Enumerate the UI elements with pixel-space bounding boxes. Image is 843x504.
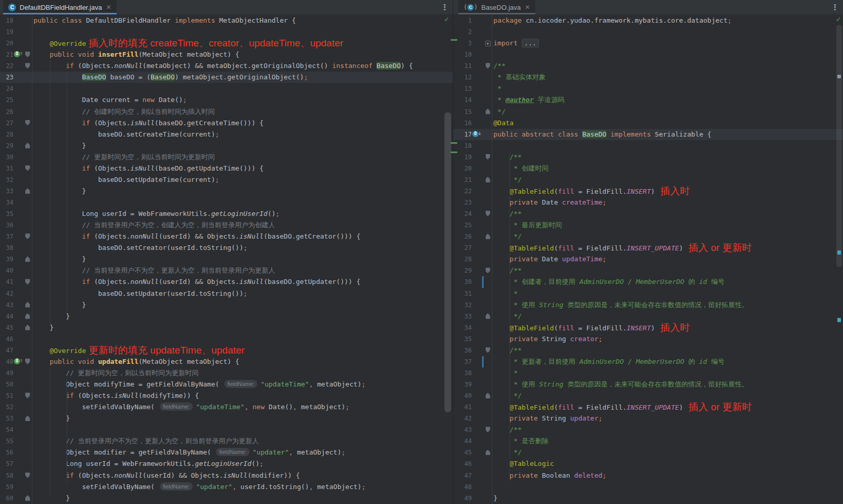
fold-region-start-icon[interactable] [25, 393, 30, 398]
line-number: 25 [0, 94, 13, 106]
stripe-mark[interactable] [837, 75, 841, 78]
line-number: 59 [0, 481, 13, 493]
line-number: 40 [0, 265, 13, 276]
close-icon[interactable]: ✕ [106, 4, 111, 10]
code-text: * [491, 288, 843, 299]
editor-left[interactable]: 18public class DefaultDBFieldHandler imp… [0, 14, 453, 504]
code-text: } [31, 413, 453, 424]
code-text: if (Objects.nonNull(userId) && Objects.i… [31, 231, 453, 242]
fold-region-end-icon[interactable] [486, 313, 490, 319]
code-text: // 当前登录用户不为空，更新人为空，则当前登录用户为更新人 [31, 435, 453, 447]
stripe-mark[interactable] [837, 318, 841, 322]
code-line: 37 * 更新者，目前使用 AdminUserDO / MemberUserDO… [453, 356, 843, 367]
tab-defaultdbfieldhandler[interactable]: C DefaultDBFieldHandler.java ✕ [3, 0, 117, 14]
code-line: 47 @Override 更新时的填充 updateTime、updater [0, 345, 453, 356]
fold-region-start-icon[interactable] [486, 211, 490, 216]
line-number: 30 [453, 276, 472, 288]
code-line: 21O↑ public void insertFill(MetaObject m… [0, 49, 453, 60]
line-number: 36 [453, 345, 472, 356]
fold-region-end-icon[interactable] [25, 143, 30, 148]
abstract-paren: ( [464, 4, 467, 11]
fold-region-start-icon[interactable] [25, 165, 30, 171]
line-number: 26 [0, 106, 13, 117]
fold-region-start-icon[interactable] [25, 233, 30, 239]
line-number: 46 [453, 458, 472, 469]
override-arrow-icon: ↑ [20, 50, 23, 57]
red-annotation-text: 插入 or 更新时 [683, 242, 752, 253]
folded-code-placeholder[interactable]: ... [522, 39, 539, 47]
fold-region-end-icon[interactable] [25, 313, 30, 319]
code-line: 1package cn.iocoder.yudao.framework.myba… [453, 15, 843, 26]
fold-region-start-icon[interactable] [486, 267, 490, 273]
fold-region-start-icon[interactable] [25, 120, 30, 126]
line-number: 37 [453, 356, 472, 367]
fold-region-start-icon[interactable] [25, 279, 30, 284]
vcs-change-mark [451, 39, 457, 41]
inspection-ok-icon[interactable]: ✓ [836, 16, 841, 23]
fold-region-start-icon[interactable] [25, 52, 30, 57]
fold-region-end-icon[interactable] [25, 256, 30, 262]
fold-region-start-icon[interactable] [25, 63, 30, 69]
tab-options-icon[interactable]: ⋮ [441, 2, 449, 12]
tab-options-icon[interactable]: ⋮ [831, 2, 839, 12]
ide-window: C DefaultDBFieldHandler.java ✕ ⋮ (C) Bas… [0, 0, 843, 504]
line-number: 24 [0, 83, 13, 94]
close-icon[interactable]: ✕ [525, 4, 530, 10]
code-text [31, 424, 453, 435]
code-text: private String creator; [491, 333, 843, 345]
code-text: @TableField(fill = FieldFill.INSERT) 插入时 [491, 322, 843, 333]
fold-region-start-icon[interactable] [486, 154, 490, 160]
line-number: 2 [453, 26, 472, 38]
gutter-border-left [32, 14, 32, 504]
fold-region-end-icon[interactable] [25, 188, 30, 194]
fold-region-end-icon[interactable] [25, 415, 30, 421]
fold-region-end-icon[interactable] [486, 233, 490, 239]
line-number: 23 [0, 72, 13, 83]
line-number: 50 [0, 379, 13, 390]
code-text: // 更新时间为空，则以当前时间为更新时间 [31, 367, 453, 379]
scrollbar-thumb-right[interactable] [836, 25, 842, 267]
code-text: // 当前登录用户不为空，更新人为空，则当前登录用户为更新人 [31, 265, 453, 276]
scrollbar-thumb-left[interactable] [444, 112, 451, 412]
line-number: 44 [0, 311, 13, 322]
stripe-mark[interactable] [837, 250, 841, 255]
fold-region-end-icon[interactable] [486, 177, 490, 182]
code-text: } [31, 254, 453, 265]
parameter-hint: fieldName: [224, 380, 258, 388]
red-annotation-text: 插入时 [655, 186, 690, 196]
fold-region-end-icon[interactable] [25, 302, 30, 308]
fold-region-start-icon[interactable] [25, 473, 30, 478]
fold-region-start-icon[interactable] [486, 427, 490, 432]
code-line: 26 */ [453, 231, 843, 242]
code-line: 16@Data [453, 117, 843, 129]
code-line: 35 Long userId = WebFrameworkUtils.getLo… [0, 208, 453, 220]
fold-region-end-icon[interactable] [486, 393, 490, 398]
code-line: 29 /** [453, 265, 843, 276]
inspection-ok-icon[interactable]: ✓ [444, 16, 450, 23]
code-line: 13 * [453, 83, 843, 94]
indent-guide [67, 72, 67, 311]
fold-region-end-icon[interactable] [25, 495, 30, 501]
code-line: 33 */ [453, 311, 843, 322]
code-text: setFieldValByName( fieldName:"updateTime… [31, 401, 453, 413]
expand-fold-icon[interactable]: + [485, 41, 491, 46]
code-text: private Date updateTime; [491, 254, 843, 265]
code-text [491, 140, 843, 152]
fold-region-end-icon[interactable] [486, 109, 490, 114]
override-arrow-icon: ↑ [20, 357, 23, 364]
code-text: * 基础实体对象 [491, 72, 843, 83]
fold-region-start-icon[interactable] [486, 63, 490, 69]
code-line: 41 @TableField(fill = FieldFill.INSERT_U… [453, 401, 843, 413]
fold-region-end-icon[interactable] [25, 325, 30, 330]
fold-region-end-icon[interactable] [486, 449, 490, 455]
fold-region-start-icon[interactable] [486, 347, 490, 353]
line-number: 41 [453, 401, 472, 413]
editor-right[interactable]: 1package cn.iocoder.yudao.framework.myba… [453, 14, 843, 504]
parameter-hint: fieldName: [216, 448, 250, 456]
fold-region-start-icon[interactable] [25, 359, 30, 364]
code-text: /** [491, 265, 843, 276]
code-line: 39 * 使用 String 类型的原因是，未来可能会存在非数值的情况，留好拓展… [453, 379, 843, 390]
tab-basedo[interactable]: (C) BaseDO.java ✕ [458, 0, 535, 14]
code-text: private String updater; [491, 413, 843, 424]
line-number: 39 [453, 379, 472, 390]
